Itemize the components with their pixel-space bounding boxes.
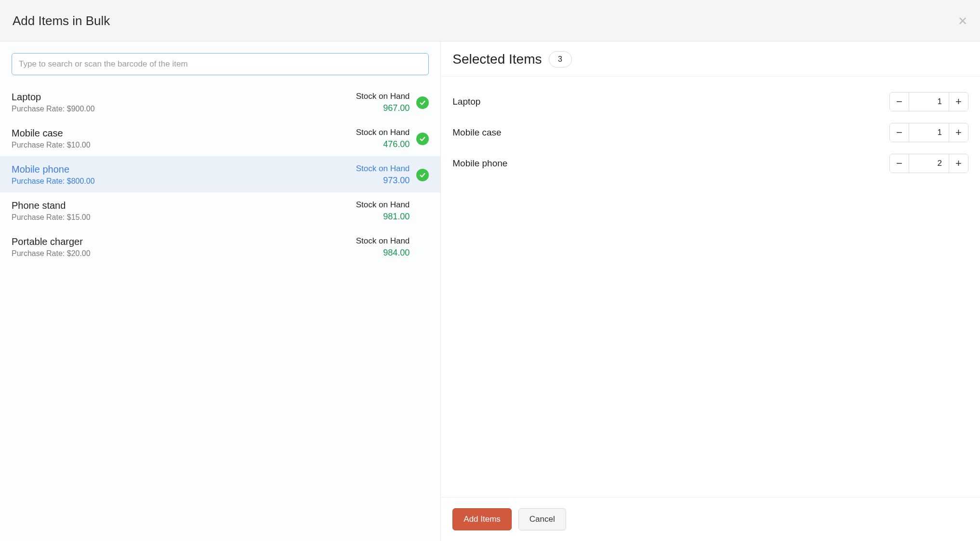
item-purchase-rate: Purchase Rate: $20.00	[12, 249, 356, 258]
quantity-input[interactable]	[909, 154, 949, 173]
modal-title: Add Items in Bulk	[13, 14, 110, 28]
stock-on-hand-label: Stock on Hand	[356, 164, 410, 174]
selected-count-badge: 3	[549, 51, 572, 68]
modal-header: Add Items in Bulk ✕	[0, 0, 980, 41]
add-items-button[interactable]: Add Items	[452, 508, 512, 530]
stock-block: Stock on Hand981.00	[356, 200, 410, 222]
increment-button[interactable]: +	[949, 93, 968, 111]
stock-on-hand-value: 967.00	[356, 103, 410, 113]
selected-list: Laptop−+Mobile case−+Mobile phone−+	[441, 77, 980, 497]
item-name: Mobile case	[12, 128, 356, 139]
stock-on-hand-value: 984.00	[356, 248, 410, 258]
item-row[interactable]: Mobile casePurchase Rate: $10.00Stock on…	[0, 120, 440, 156]
selected-item-name: Mobile phone	[452, 158, 507, 169]
stock-block: Stock on Hand973.00	[356, 164, 410, 186]
add-items-modal: Add Items in Bulk ✕ LaptopPurchase Rate:…	[0, 0, 980, 541]
item-main: Phone standPurchase Rate: $15.00	[12, 200, 356, 222]
quantity-input[interactable]	[909, 93, 949, 111]
item-name: Phone stand	[12, 200, 356, 211]
quantity-stepper: −+	[889, 154, 968, 173]
stock-on-hand-label: Stock on Hand	[356, 128, 410, 137]
item-row[interactable]: Portable chargerPurchase Rate: $20.00Sto…	[0, 229, 440, 265]
check-placeholder	[416, 241, 429, 254]
stock-block: Stock on Hand476.00	[356, 128, 410, 149]
stock-on-hand-label: Stock on Hand	[356, 92, 410, 101]
item-main: LaptopPurchase Rate: $900.00	[12, 92, 356, 113]
item-purchase-rate: Purchase Rate: $10.00	[12, 141, 356, 149]
item-name: Portable charger	[12, 236, 356, 247]
item-main: Mobile phonePurchase Rate: $800.00	[12, 164, 356, 186]
modal-body: LaptopPurchase Rate: $900.00Stock on Han…	[0, 41, 980, 541]
item-main: Portable chargerPurchase Rate: $20.00	[12, 236, 356, 258]
quantity-stepper: −+	[889, 92, 968, 111]
item-name: Laptop	[12, 92, 356, 103]
selected-item-name: Mobile case	[452, 127, 501, 138]
selected-item-name: Laptop	[452, 96, 480, 107]
selected-title: Selected Items	[452, 52, 542, 67]
selected-row: Laptop−+	[452, 86, 968, 117]
item-list: LaptopPurchase Rate: $900.00Stock on Han…	[0, 84, 440, 541]
item-main: Mobile casePurchase Rate: $10.00	[12, 128, 356, 149]
stock-on-hand-value: 476.00	[356, 139, 410, 149]
check-icon	[416, 169, 429, 181]
item-name: Mobile phone	[12, 164, 356, 175]
available-items-pane: LaptopPurchase Rate: $900.00Stock on Han…	[0, 41, 441, 541]
quantity-input[interactable]	[909, 123, 949, 142]
item-purchase-rate: Purchase Rate: $800.00	[12, 177, 356, 186]
check-icon	[416, 96, 429, 109]
decrement-button[interactable]: −	[890, 93, 909, 111]
decrement-button[interactable]: −	[890, 154, 909, 173]
quantity-stepper: −+	[889, 123, 968, 142]
close-icon[interactable]: ✕	[958, 15, 967, 27]
increment-button[interactable]: +	[949, 154, 968, 173]
stock-on-hand-value: 973.00	[356, 176, 410, 186]
stock-block: Stock on Hand967.00	[356, 92, 410, 113]
cancel-button[interactable]: Cancel	[518, 508, 566, 530]
decrement-button[interactable]: −	[890, 123, 909, 142]
stock-on-hand-value: 981.00	[356, 212, 410, 222]
item-purchase-rate: Purchase Rate: $900.00	[12, 105, 356, 113]
selected-row: Mobile case−+	[452, 117, 968, 148]
check-icon	[416, 133, 429, 145]
item-row[interactable]: Phone standPurchase Rate: $15.00Stock on…	[0, 192, 440, 229]
search-input[interactable]	[12, 53, 429, 75]
item-row[interactable]: Mobile phonePurchase Rate: $800.00Stock …	[0, 156, 440, 192]
modal-footer: Add Items Cancel	[441, 497, 980, 541]
check-placeholder	[416, 205, 429, 217]
selected-row: Mobile phone−+	[452, 148, 968, 179]
selected-header: Selected Items 3	[441, 41, 980, 77]
selected-items-pane: Selected Items 3 Laptop−+Mobile case−+Mo…	[441, 41, 980, 541]
item-purchase-rate: Purchase Rate: $15.00	[12, 213, 356, 222]
stock-on-hand-label: Stock on Hand	[356, 200, 410, 210]
item-row[interactable]: LaptopPurchase Rate: $900.00Stock on Han…	[0, 84, 440, 120]
increment-button[interactable]: +	[949, 123, 968, 142]
stock-block: Stock on Hand984.00	[356, 236, 410, 258]
search-wrap	[0, 53, 440, 84]
stock-on-hand-label: Stock on Hand	[356, 236, 410, 246]
